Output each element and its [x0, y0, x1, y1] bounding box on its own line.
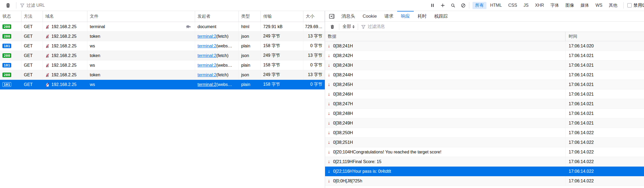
- received-arrow-icon: ↓: [328, 62, 330, 68]
- disable-cache-label: 禁用缓存: [634, 3, 644, 8]
- filter-button-HTML[interactable]: HTML: [487, 2, 505, 9]
- message-row[interactable]: ↓0[38;247H17:06:14.021: [325, 99, 644, 109]
- initiator-link[interactable]: terminal:2: [198, 73, 216, 77]
- initiator-cell: terminal:2 (webs…: [195, 61, 239, 70]
- message-time-cell: 17:06:14.020: [565, 41, 644, 51]
- message-data-cell: ↓0[38;246H: [325, 89, 565, 99]
- message-row[interactable]: ↓0[38;243H17:06:14.021: [325, 61, 644, 70]
- message-row[interactable]: ↓0[38;249H17:06:14.021: [325, 118, 644, 128]
- column-header[interactable]: 发起者: [195, 11, 239, 22]
- select-arrows-icon: [352, 25, 355, 28]
- message-row[interactable]: ↓0[38;241H17:06:14.020: [325, 41, 644, 51]
- block-icon: [461, 3, 466, 8]
- tab-栈跟踪[interactable]: 栈跟踪: [430, 11, 452, 21]
- column-header[interactable]: 类型: [239, 11, 261, 22]
- received-arrow-icon: ↓: [328, 130, 330, 136]
- filter-button-其他[interactable]: 其他: [606, 2, 620, 9]
- method-cell: GET: [21, 80, 43, 89]
- column-header[interactable]: 状态: [0, 11, 21, 22]
- message-row[interactable]: ↓0[21;119HFinal Score: 1517:06:14.022: [325, 157, 644, 167]
- filter-button-图像[interactable]: 图像: [563, 2, 577, 9]
- tab-Cookie[interactable]: Cookie: [359, 11, 381, 21]
- request-type-filters: 所有HTMLCSSJSXHR字体图像媒体WS其他: [472, 2, 620, 9]
- clear-messages-button[interactable]: [329, 23, 336, 31]
- request-row[interactable]: 200GET192.168.2.25tokenterminal:2 (fetch…: [0, 32, 325, 41]
- filter-button-媒体[interactable]: 媒体: [578, 2, 592, 9]
- message-row[interactable]: ↓0[0;0H[J8[?25h17:06:14.022: [325, 176, 644, 186]
- status-badge: 101: [2, 44, 11, 48]
- filter-button-所有[interactable]: 所有: [472, 2, 486, 9]
- toolbar-separator: [623, 2, 624, 9]
- initiator-link[interactable]: terminal:2: [198, 34, 216, 39]
- request-row[interactable]: 101GET192.168.2.25wsterminal:2 (webs…pla…: [0, 41, 325, 51]
- initiator-link[interactable]: terminal:2: [198, 44, 216, 48]
- status-cell: 101: [0, 80, 21, 89]
- request-row[interactable]: 200GET192.168.2.25tokenterminal:2 (fetch…: [0, 51, 325, 61]
- toolbar-separator: [339, 24, 339, 30]
- type-cell: plain: [239, 41, 261, 51]
- block-request-button[interactable]: [459, 1, 467, 9]
- new-request-button[interactable]: [438, 1, 447, 9]
- funnel-icon: [361, 25, 366, 29]
- column-header[interactable]: 传输: [261, 11, 303, 22]
- status-cell: 200: [0, 70, 21, 80]
- column-header[interactable]: 域名: [43, 11, 87, 22]
- filter-button-字体[interactable]: 字体: [548, 2, 562, 9]
- message-row[interactable]: ↓0[38;242H17:06:14.021: [325, 51, 644, 61]
- filter-button-JS[interactable]: JS: [521, 2, 531, 9]
- tab-耗时[interactable]: 耗时: [414, 11, 430, 21]
- message-row[interactable]: ↓0[38;248H17:06:14.021: [325, 109, 644, 118]
- column-header-time[interactable]: 时间: [565, 32, 644, 41]
- tab-响应[interactable]: 响应: [397, 11, 414, 21]
- filter-messages-input[interactable]: 过滤消息: [361, 24, 385, 29]
- tab-请求[interactable]: 请求: [381, 11, 397, 21]
- message-data-cell: ↓0[38;248H: [325, 109, 565, 118]
- request-table-body: 200GET192.168.2.25terminaldocumenthtml72…: [0, 22, 325, 89]
- trash-icon: [330, 25, 334, 29]
- filter-button-XHR[interactable]: XHR: [532, 2, 547, 9]
- file-cell: ws: [87, 41, 195, 51]
- disable-cache-checkbox[interactable]: [627, 3, 632, 7]
- message-row[interactable]: ↓0[38;244H17:06:14.021: [325, 70, 644, 80]
- transferred-cell: 158 字节: [261, 41, 303, 51]
- request-row[interactable]: 200GET192.168.2.25terminaldocumenthtml72…: [0, 22, 325, 32]
- received-arrow-icon: ↓: [328, 120, 330, 126]
- filter-button-WS[interactable]: WS: [593, 2, 605, 9]
- search-button[interactable]: [449, 1, 457, 9]
- request-row[interactable]: 101GET192.168.2.25wsterminal:2 (webs…pla…: [0, 80, 325, 89]
- toolbar-separator: [358, 24, 358, 30]
- column-header[interactable]: 大小: [303, 11, 325, 22]
- transferred-cell: 249 字节: [261, 32, 303, 41]
- pause-log-button[interactable]: [428, 1, 437, 9]
- filter-messages-placeholder: 过滤消息: [368, 24, 385, 29]
- message-row[interactable]: ↓0[38;251H17:06:14.022: [325, 138, 644, 147]
- message-row[interactable]: ↓0[20;104HCongratulations! You reached t…: [325, 147, 644, 157]
- message-row[interactable]: ↓0[38;245H17:06:14.021: [325, 80, 644, 89]
- message-text: 0[38;248H: [333, 111, 353, 116]
- filter-button-CSS[interactable]: CSS: [506, 2, 520, 9]
- method-cell: GET: [21, 41, 43, 51]
- column-header-data[interactable]: 数据: [325, 32, 565, 41]
- message-type-select[interactable]: 全部: [343, 24, 355, 29]
- transferred-cell: 249 字节: [261, 70, 303, 80]
- message-row[interactable]: ↓0[22;116HYour pass is: 0t4tdtlt17:06:14…: [325, 167, 644, 176]
- initiator-link[interactable]: terminal:2: [198, 53, 216, 58]
- initiator-link[interactable]: terminal:2: [198, 82, 216, 87]
- message-time-cell: 17:06:14.022: [565, 176, 644, 186]
- filter-url-input[interactable]: 过滤 URL: [20, 3, 45, 8]
- column-header[interactable]: 文件: [87, 11, 195, 22]
- toggle-details-panel-button[interactable]: [325, 11, 338, 21]
- status-badge: 200: [2, 73, 11, 77]
- request-row[interactable]: 200GET192.168.2.25tokenterminal:2 (fetch…: [0, 70, 325, 80]
- disable-cache-toggle[interactable]: 禁用缓存: [627, 3, 644, 8]
- column-header[interactable]: 方法: [21, 11, 43, 22]
- message-data-cell: ↓0[38;244H: [325, 70, 565, 80]
- initiator-link[interactable]: terminal:2: [198, 63, 216, 68]
- received-arrow-icon: ↓: [328, 53, 330, 58]
- message-row[interactable]: ↓0[38;246H17:06:14.021: [325, 89, 644, 99]
- request-row[interactable]: 101GET192.168.2.25wsterminal:2 (webs…pla…: [0, 61, 325, 70]
- clear-requests-button[interactable]: [4, 1, 12, 9]
- tab-消息头[interactable]: 消息头: [338, 11, 359, 21]
- message-row[interactable]: ↓0[38;250H17:06:14.022: [325, 128, 644, 138]
- initiator-cell: terminal:2 (fetch): [195, 70, 239, 80]
